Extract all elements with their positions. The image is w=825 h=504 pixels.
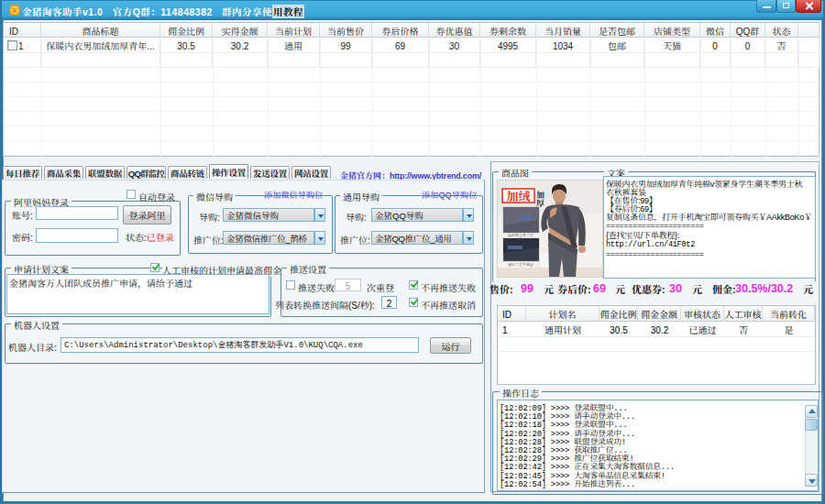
svg-text:侧边工艺平整好: 侧边工艺平整好 [508, 261, 534, 268]
svg-text:精梳棉里布工艺: 精梳棉里布工艺 [508, 232, 534, 238]
svg-text:加绒: 加绒 [506, 187, 530, 204]
